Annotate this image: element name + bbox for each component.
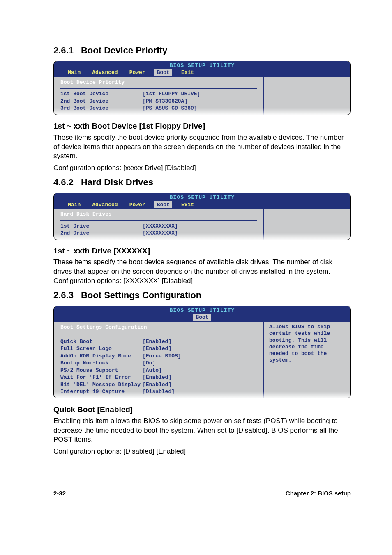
bios-tab-main: Main — [62, 201, 86, 209]
bios-row: AddOn ROM Display Mode[Force BIOS] — [60, 352, 257, 360]
bios-screenshot-hard-disk: BIOS SETUP UTILITY Main Advanced Power B… — [53, 193, 351, 240]
bios-row: PS/2 Mouse Support[Auto] — [60, 367, 257, 374]
body-paragraph: These items specify the boot device prio… — [53, 133, 351, 161]
bios-title: BIOS SETUP UTILITY — [54, 307, 350, 314]
body-paragraph: Enabling this item allows the BIOS to sk… — [53, 417, 351, 445]
bios-value: [XXXXXXXXX] — [143, 230, 257, 237]
bios-value: [Disabled] — [143, 388, 257, 396]
bios-key: Quick Boot — [60, 338, 143, 345]
section-number: 2.6.1 — [53, 45, 74, 55]
bios-value: [Enabled] — [143, 338, 257, 345]
bios-key: Hit 'DEL' Message Display — [60, 381, 143, 389]
bios-right-pane — [264, 77, 350, 115]
bios-title: BIOS SETUP UTILITY — [54, 62, 350, 69]
bios-row: 3rd Boot Device[PS-ASUS CD-S360] — [60, 105, 257, 112]
bios-body: Hard Disk Drives 1st Drive[XXXXXXXXX] 2n… — [54, 209, 350, 240]
bios-left-pane: Boot Settings Configuration Quick Boot[E… — [54, 322, 264, 398]
bios-tab-power: Power — [124, 69, 151, 76]
bios-body: Boot Device Priority 1st Boot Device[1st… — [54, 77, 350, 115]
bios-key: Full Screen Logo — [60, 345, 143, 352]
bios-value: [Force BIOS] — [143, 352, 257, 360]
bios-tab-advanced: Advanced — [86, 69, 123, 76]
bios-row: Hit 'DEL' Message Display[Enabled] — [60, 381, 257, 389]
bios-tabs: Main Advanced Power Boot Exit — [54, 201, 350, 210]
bios-tab-boot: Boot — [154, 201, 172, 209]
bios-tabs: Main Advanced Power Boot Exit — [54, 69, 350, 77]
page-number: 2-32 — [53, 489, 66, 497]
bios-row: 2nd Drive[XXXXXXXXX] — [60, 230, 257, 237]
bios-tab-boot: Boot — [193, 314, 211, 321]
bios-left-pane: Hard Disk Drives 1st Drive[XXXXXXXXX] 2n… — [54, 209, 264, 240]
bios-row: Wait For 'F1' If Error[Enabled] — [60, 374, 257, 381]
bios-row: Interrupt 19 Capture[Disabled] — [60, 388, 257, 396]
bios-key: 1st Boot Device — [60, 90, 143, 98]
bios-tab-boot: Boot — [154, 69, 172, 76]
bios-value: [Enabled] — [143, 374, 257, 381]
option-heading-quick-boot: Quick Boot [Enabled] — [53, 404, 351, 415]
bios-row: 1st Drive[XXXXXXXXX] — [60, 223, 257, 230]
bios-key: Wait For 'F1' If Error — [60, 374, 143, 381]
option-heading-boot-device: 1st ~ xxth Boot Device [1st Floppy Drive… — [53, 121, 351, 131]
bios-value: [1st FLOPPY DRIVE] — [143, 90, 257, 98]
bios-key: Bootup Num-Lock — [60, 359, 143, 367]
bios-key: AddOn ROM Display Mode — [60, 352, 143, 360]
bios-key: 1st Drive — [60, 223, 143, 230]
bios-key: 3rd Boot Device — [60, 105, 143, 112]
bios-tab-advanced: Advanced — [86, 201, 123, 209]
bios-tabs: Boot — [54, 314, 350, 322]
body-paragraph: These items specify the boot device sequ… — [53, 258, 351, 286]
section-heading-263: 2.6.3Boot Settings Configuration — [53, 289, 351, 302]
bios-section-label: Boot Device Priority — [60, 79, 257, 88]
body-paragraph: Configuration options: [Disabled] [Enabl… — [53, 447, 351, 456]
bios-divider — [60, 88, 257, 89]
bios-row: Full Screen Logo[Enabled] — [60, 345, 257, 352]
spacer — [60, 333, 257, 338]
section-title-text: Hard Disk Drives — [81, 177, 153, 187]
bios-screenshot-boot-priority: BIOS SETUP UTILITY Main Advanced Power B… — [53, 61, 351, 115]
bios-row: Quick Boot[Enabled] — [60, 338, 257, 345]
bios-header: BIOS SETUP UTILITY Main Advanced Power B… — [54, 61, 350, 77]
bios-tab-exit: Exit — [175, 201, 200, 209]
bios-row: 1st Boot Device[1st FLOPPY DRIVE] — [60, 90, 257, 98]
body-paragraph: Configuration options: [xxxxx Drive] [Di… — [53, 164, 351, 173]
bios-value: [XXXXXXXXX] — [143, 223, 257, 230]
section-heading-462: 4.6.2Hard Disk Drives — [53, 176, 351, 189]
bios-key: 2nd Drive — [60, 230, 143, 237]
bios-value: [On] — [143, 359, 257, 367]
bios-value: [PS-ASUS CD-S360] — [143, 105, 257, 112]
bios-tab-exit: Exit — [175, 69, 200, 76]
page-footer: 2-32 Chapter 2: BIOS setup — [53, 489, 351, 497]
bios-tab-power: Power — [124, 201, 151, 209]
bios-value: [PM-ST330620A] — [143, 98, 257, 105]
section-number: 4.6.2 — [53, 177, 74, 187]
chapter-label: Chapter 2: BIOS setup — [286, 489, 351, 497]
bios-value: [Auto] — [143, 367, 257, 374]
bios-right-pane — [264, 209, 350, 240]
bios-body: Boot Settings Configuration Quick Boot[E… — [54, 322, 350, 398]
section-title-text: Boot Device Priority — [81, 45, 167, 55]
bios-row: 2nd Boot Device[PM-ST330620A] — [60, 98, 257, 105]
bios-divider — [60, 220, 257, 221]
bios-header: BIOS SETUP UTILITY Main Advanced Power B… — [54, 193, 350, 209]
bios-section-label: Hard Disk Drives — [60, 211, 257, 219]
section-heading-261: 2.6.1Boot Device Priority — [53, 44, 351, 57]
bios-tab-main: Main — [62, 69, 86, 76]
bios-section-label: Boot Settings Configuration — [60, 324, 257, 332]
bios-row: Bootup Num-Lock[On] — [60, 359, 257, 367]
bios-help-pane: Allows BIOS to skip certain tests while … — [264, 322, 350, 398]
bios-key: 2nd Boot Device — [60, 98, 143, 105]
bios-value: [Enabled] — [143, 381, 257, 389]
section-title-text: Boot Settings Configuration — [81, 290, 201, 300]
bios-key: Interrupt 19 Capture — [60, 388, 143, 396]
bios-key: PS/2 Mouse Support — [60, 367, 143, 374]
bios-screenshot-boot-settings: BIOS SETUP UTILITY Boot Boot Settings Co… — [53, 306, 351, 398]
section-number: 2.6.3 — [53, 290, 74, 300]
bios-left-pane: Boot Device Priority 1st Boot Device[1st… — [54, 77, 264, 115]
bios-title: BIOS SETUP UTILITY — [54, 194, 350, 201]
bios-header: BIOS SETUP UTILITY Boot — [54, 306, 350, 322]
option-heading-drive: 1st ~ xxth Drive [XXXXXX] — [53, 246, 351, 256]
bios-value: [Enabled] — [143, 345, 257, 352]
